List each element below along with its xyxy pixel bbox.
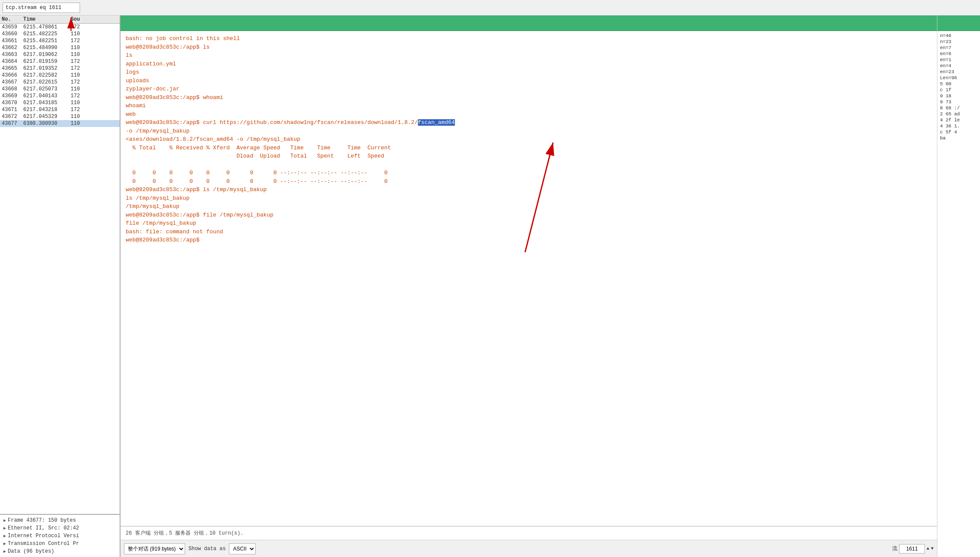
packet-time: 6217.019159 [23, 59, 71, 65]
expand-icon: ▶ [3, 518, 6, 523]
terminal-line: ls /tmp/mysql_bakup [126, 194, 932, 203]
packet-row[interactable]: 43667 6217.022615 172 [0, 79, 120, 86]
terminal-line: ls [126, 51, 932, 60]
packet-no: 43671 [2, 107, 23, 113]
terminal-line: whoami [126, 102, 932, 110]
terminal-content[interactable]: bash: no job control in this shellweb@82… [121, 31, 937, 526]
col-sou: Sou [71, 16, 101, 22]
stream-down-arrow[interactable]: ▼ [931, 546, 934, 551]
packet-time: 6215.484990 [23, 45, 71, 51]
packet-no: 43672 [2, 114, 23, 120]
packet-no: 43665 [2, 65, 23, 71]
packet-row[interactable]: 43671 6217.043218 172 [0, 106, 120, 113]
far-right-hex-item: 8 68 :/ [938, 105, 979, 111]
terminal-line: web@8209ad3c853c:/app$ file /tmp/mysql_b… [126, 211, 932, 220]
frame-detail-row[interactable]: ▶Internet Protocol Versi [3, 532, 116, 540]
far-right-item: n=23 [938, 39, 979, 45]
left-panel: No. Time Sou 43659 6215.478861 172 43660… [0, 15, 121, 557]
packet-row[interactable]: 43661 6215.482251 172 [0, 37, 120, 44]
dialog-select[interactable]: 整个对话 (919 bytes) [124, 543, 185, 554]
frame-detail-row[interactable]: ▶Ethernet II, Src: 02:42 [3, 524, 116, 532]
packet-time: 6217.019352 [23, 65, 71, 71]
packet-time: 6217.043185 [23, 100, 71, 106]
frame-detail-row[interactable]: ▶Transmission Control Pr [3, 540, 116, 548]
frame-detail-label: Transmission Control Pr [8, 541, 79, 547]
bottom-status-bar: 26 客户端 分组，5 服务器 分组，10 turn(s). [121, 526, 937, 540]
far-right-item: n=46 [938, 33, 979, 39]
packet-time: 6217.022615 [23, 79, 71, 85]
packet-row[interactable]: 43666 6217.022582 110 [0, 72, 120, 79]
packet-no: 43670 [2, 100, 23, 106]
packet-sou: 110 [71, 121, 101, 127]
far-right-item: en=7 [938, 45, 979, 51]
packet-sou: 110 [71, 86, 101, 92]
packet-time: 6380.300930 [23, 121, 71, 127]
packet-no: 43662 [2, 45, 23, 51]
terminal-line: bash: no job control in this shell [126, 34, 932, 43]
frame-detail-label: Frame 43677: 150 bytes [8, 517, 76, 523]
packet-no: 43677 [2, 121, 23, 127]
packet-no: 43667 [2, 79, 23, 85]
far-right-hex-item: 9 18 [938, 93, 979, 99]
packet-sou: 172 [71, 59, 101, 65]
packet-row[interactable]: 43672 6217.045329 110 [0, 113, 120, 120]
frame-detail-row[interactable]: ▶Data (96 bytes) [3, 548, 116, 555]
packet-no: 43663 [2, 52, 23, 58]
packet-row[interactable]: 43669 6217.040143 172 [0, 93, 120, 99]
packet-row[interactable]: 43670 6217.043185 110 [0, 99, 120, 106]
filter-input[interactable] [3, 3, 80, 13]
packet-row[interactable]: 43677 6380.300930 110 [0, 120, 120, 127]
far-right-hex-item: c 1f [938, 87, 979, 93]
far-right-hex-item: 2 65 ad [938, 111, 979, 117]
far-right-hex-item: c 5f 4 [938, 129, 979, 135]
packet-sou: 110 [71, 114, 101, 120]
packet-row[interactable]: 43664 6217.019159 172 [0, 58, 120, 65]
terminal-line: web@8209ad3c853c:/app$ ls [126, 43, 932, 52]
packet-no: 43666 [2, 72, 23, 78]
packet-no: 43660 [2, 31, 23, 37]
terminal-line: web [126, 110, 932, 119]
col-no: No. [2, 16, 23, 22]
frame-detail-row[interactable]: ▶Frame 43677: 150 bytes [3, 517, 116, 524]
packet-row[interactable]: 43668 6217.025073 110 [0, 86, 120, 93]
packet-sou: 110 [71, 52, 101, 58]
stream-label: 流 ▲ ▼ [892, 544, 934, 554]
terminal-line: web@8209ad3c853c:/app$ whoami [126, 93, 932, 102]
terminal-line: logs [126, 68, 932, 77]
packet-row[interactable]: 43659 6215.478861 172 [0, 24, 120, 31]
right-panel: bash: no job control in this shellweb@82… [121, 15, 937, 557]
show-data-label: Show data as [189, 546, 226, 552]
terminal-line: web@8209ad3c853c:/app$ [126, 236, 932, 244]
packet-sou: 172 [71, 38, 101, 44]
terminal-line: application.yml [126, 60, 932, 68]
packet-row[interactable]: 43665 6217.019352 172 [0, 65, 120, 72]
packet-sou: 172 [71, 93, 101, 99]
packet-sou: 172 [71, 107, 101, 113]
packet-row[interactable]: 43660 6215.482225 110 [0, 31, 120, 37]
terminal-line: web@8209ad3c853c:/app$ ls /tmp/mysql_bak… [126, 186, 932, 194]
encoding-select[interactable]: ASCII [229, 543, 256, 554]
terminal-line: 0 0 0 0 0 0 0 0 --:--:-- --:--:-- --:--:… [126, 169, 932, 177]
stream-input[interactable] [899, 544, 925, 554]
packet-time: 6217.025073 [23, 86, 71, 92]
far-right-item: en=23 [938, 69, 979, 75]
packet-table-header: No. Time Sou [0, 15, 120, 24]
col-time: Time [23, 16, 71, 22]
expand-icon: ▶ [3, 526, 6, 531]
packet-time: 6217.022582 [23, 72, 71, 78]
far-right-hex-item: ba [938, 135, 979, 141]
packet-sou: 172 [71, 24, 101, 30]
packet-time: 6217.045329 [23, 114, 71, 120]
packet-row[interactable]: 43662 6215.484990 110 [0, 44, 120, 51]
packet-time: 6215.478861 [23, 24, 71, 30]
terminal-line [126, 161, 932, 169]
expand-icon: ▶ [3, 541, 6, 546]
packet-row[interactable]: 43663 6217.019062 110 [0, 51, 120, 58]
packet-sou: 110 [71, 100, 101, 106]
highlight-text: fscan_amd64 [418, 119, 455, 126]
far-right-item: en=6 [938, 51, 979, 57]
expand-icon: ▶ [3, 549, 6, 554]
terminal-line: uploads [126, 77, 932, 85]
terminal-line: web@8209ad3c853c:/app$ curl https://gith… [126, 118, 932, 127]
stream-up-arrow[interactable]: ▲ [927, 546, 929, 551]
